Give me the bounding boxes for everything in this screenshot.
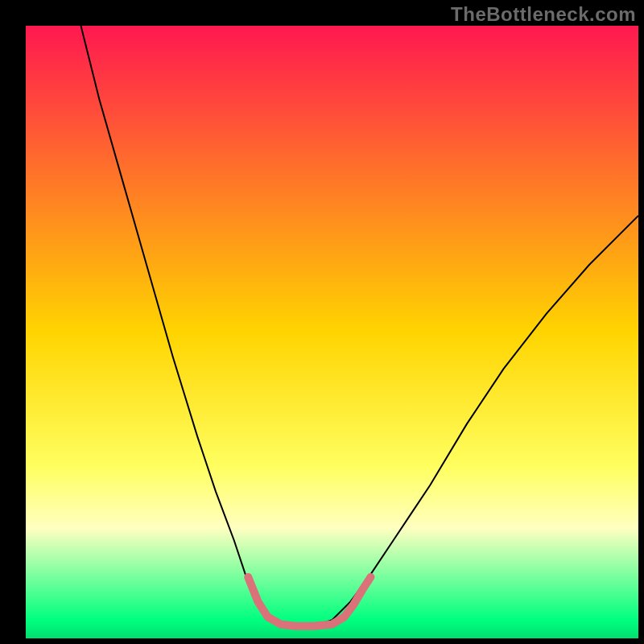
bottleneck-chart xyxy=(0,0,644,644)
watermark-text: TheBottleneck.com xyxy=(451,3,636,26)
chart-frame: TheBottleneck.com xyxy=(0,0,644,644)
gradient-background xyxy=(26,26,638,638)
